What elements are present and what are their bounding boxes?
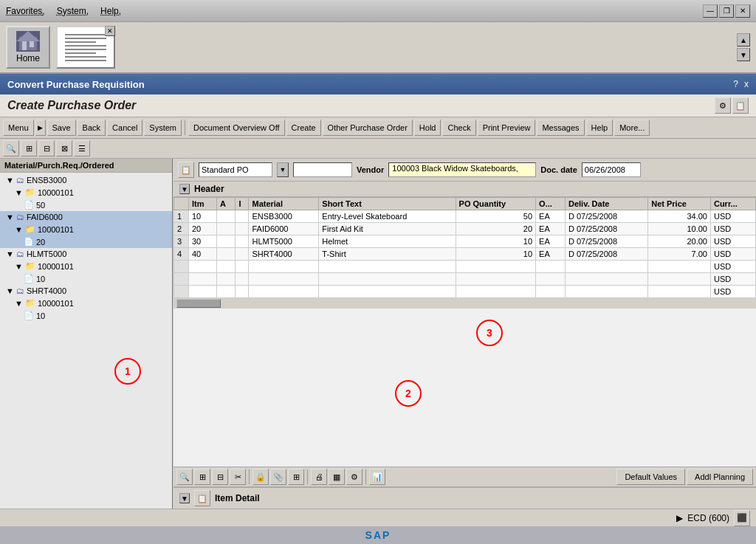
toolbar-icon-3[interactable]: ⊟ (38, 140, 55, 156)
cell-deliv-type[interactable]: D 07/25/2008 (566, 248, 648, 261)
cell-net-price[interactable]: 20.00 (648, 235, 711, 248)
scrollbar-thumb[interactable] (176, 299, 221, 308)
table-btn-6[interactable]: 📎 (270, 469, 286, 485)
cell-o[interactable]: EA (536, 210, 566, 223)
toolbar-icon-1[interactable]: 🔍 (3, 140, 19, 156)
cell-po-qty[interactable]: 20 (456, 223, 535, 235)
cell-a[interactable] (217, 235, 236, 248)
tree-item-faid6000[interactable]: ▼ 🗂 FAID6000 (0, 211, 172, 223)
cell-short-text[interactable]: Entry-Level Skateboard (319, 210, 456, 223)
cell-a[interactable] (217, 223, 236, 235)
table-btn-5[interactable]: 🔒 (252, 469, 269, 485)
more-button[interactable]: More... (614, 120, 650, 136)
page-icon-1[interactable]: ⚙ (715, 97, 731, 114)
doc-preview-close[interactable]: ✕ (105, 26, 115, 36)
page-icon-2[interactable]: 📋 (732, 97, 749, 114)
toolbar-icon-4[interactable]: ⊠ (56, 140, 72, 156)
status-icon[interactable]: ⬛ (734, 510, 750, 526)
cell-curr[interactable]: USD (710, 210, 755, 223)
cell-short-text[interactable]: T-Shirt (319, 248, 456, 261)
tree-item-ensb3000-req[interactable]: ▼ 📁 10000101 (0, 186, 172, 199)
cell-net-price[interactable]: 10.00 (648, 223, 711, 235)
cell-po-qty[interactable]: 10 (456, 248, 535, 261)
cell-deliv-type[interactable]: D 07/25/2008 (566, 210, 648, 223)
item-detail-icon[interactable]: 📋 (194, 490, 210, 506)
cell-itm[interactable]: 10 (189, 210, 217, 223)
cell-o[interactable]: EA (536, 235, 566, 248)
tree-item-ensb3000[interactable]: ▼ 🗂 ENSB3000 (0, 174, 172, 186)
doc-date-input[interactable] (582, 162, 641, 177)
col-header-deliv-date[interactable]: Deliv. Date (566, 198, 648, 210)
table-btn-2[interactable]: ⊞ (194, 469, 210, 485)
window-close-button[interactable]: x (744, 79, 749, 89)
doc-overview-button[interactable]: Document Overview Off (188, 120, 285, 136)
tree-item-faid-req[interactable]: ▼ 📁 10000101 (0, 223, 172, 235)
window-help-button[interactable]: ? (733, 79, 738, 89)
menu-help[interactable]: Help (100, 6, 121, 16)
system-button[interactable]: System (144, 120, 182, 136)
col-header-itm[interactable]: Itm (189, 198, 217, 210)
addl-planning-button[interactable]: Addl Planning (687, 469, 753, 485)
print-preview-button[interactable]: Print Preview (478, 120, 536, 136)
cancel-button[interactable]: Cancel (107, 120, 142, 136)
item-detail-toggle[interactable]: ▼ (179, 493, 190, 503)
minimize-button[interactable]: — (703, 4, 718, 18)
table-btn-11[interactable]: 📊 (369, 469, 385, 485)
menu-favorites[interactable]: Favorites (6, 6, 45, 16)
other-po-button[interactable]: Other Purchase Order (323, 120, 413, 136)
table-scrollbar[interactable] (173, 298, 756, 309)
cell-itm[interactable]: 20 (189, 223, 217, 235)
po-header-icon[interactable]: 📋 (178, 162, 194, 178)
cell-net-price[interactable]: 34.00 (648, 210, 711, 223)
cell-a[interactable] (217, 248, 236, 261)
scroll-up-button[interactable]: ▲ (737, 33, 750, 47)
tree-item-shrt4000[interactable]: ▼ 🗂 SHRT4000 (0, 285, 172, 297)
col-header-o[interactable]: O... (536, 198, 566, 210)
cell-itm[interactable]: 30 (189, 235, 217, 248)
cell-itm[interactable]: 40 (189, 248, 217, 261)
po-type-input[interactable] (199, 162, 272, 177)
cell-material[interactable]: HLMT5000 (249, 235, 319, 248)
po-type-dropdown[interactable]: ▼ (277, 162, 289, 177)
cell-material[interactable]: ENSB3000 (249, 210, 319, 223)
tree-item-shrt-req[interactable]: ▼ 📁 10000101 (0, 297, 172, 309)
create-button[interactable]: Create (286, 120, 321, 136)
cell-po-qty[interactable]: 10 (456, 235, 535, 248)
tree-item-ensb-50[interactable]: 📄 50 (0, 199, 172, 211)
col-header-short-text[interactable]: Short Text (319, 198, 456, 210)
cell-short-text[interactable]: First Aid Kit (319, 223, 456, 235)
table-row[interactable]: 2 20 FAID6000 First Aid Kit 20 EA D 07/2… (174, 223, 756, 235)
help-button[interactable]: Help (586, 120, 614, 136)
cell-o[interactable]: EA (536, 248, 566, 261)
menu-system[interactable]: System (57, 6, 89, 16)
cell-o[interactable]: EA (536, 223, 566, 235)
cell-deliv-type[interactable]: D 07/25/2008 (566, 223, 648, 235)
cell-deliv-type[interactable]: D 07/25/2008 (566, 235, 648, 248)
toolbar-icon-5[interactable]: ☰ (74, 140, 90, 156)
table-row[interactable]: 3 30 HLMT5000 Helmet 10 EA D 07/25/2008 … (174, 235, 756, 248)
table-btn-7[interactable]: ⊞ (288, 469, 304, 485)
cell-i[interactable] (236, 223, 249, 235)
po-number-input[interactable] (293, 162, 352, 177)
table-row[interactable]: 1 10 ENSB3000 Entry-Level Skateboard 50 … (174, 210, 756, 223)
cell-i[interactable] (236, 235, 249, 248)
table-btn-3[interactable]: ⊟ (212, 469, 228, 485)
home-button[interactable]: Home (6, 26, 50, 69)
cell-i[interactable] (236, 248, 249, 261)
col-header-po-qty[interactable]: PO Quantity (456, 198, 535, 210)
table-btn-8[interactable]: 🖨 (311, 469, 327, 485)
menu-arrow[interactable]: ▶ (35, 120, 46, 136)
table-container[interactable]: Itm A I Material Short Text PO Quantity … (173, 197, 756, 466)
cell-net-price[interactable]: 7.00 (648, 248, 711, 261)
default-values-button[interactable]: Default Values (616, 469, 685, 485)
cell-material[interactable]: FAID6000 (249, 223, 319, 235)
toolbar-icon-2[interactable]: ⊞ (21, 140, 37, 156)
scroll-down-button[interactable]: ▼ (737, 48, 750, 61)
vendor-value[interactable]: 100003 Black Widow Skateboards, (388, 162, 536, 177)
col-header-material[interactable]: Material (249, 198, 319, 210)
cell-i[interactable] (236, 210, 249, 223)
messages-button[interactable]: Messages (537, 120, 584, 136)
cell-curr[interactable]: USD (710, 223, 755, 235)
col-header-a[interactable]: A (217, 198, 236, 210)
maximize-button[interactable]: ❐ (719, 4, 734, 18)
